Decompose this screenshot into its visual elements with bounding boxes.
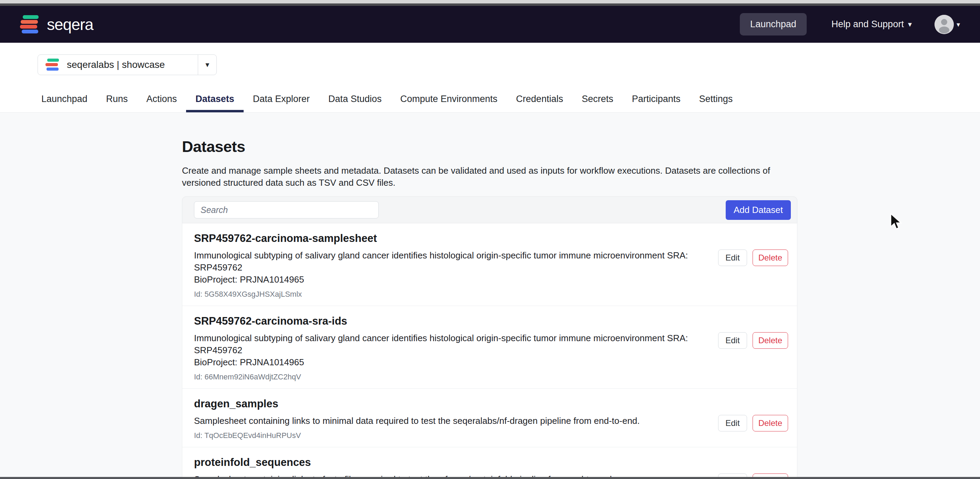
tab-credentials[interactable]: Credentials: [507, 87, 573, 112]
dataset-name-link[interactable]: dragen_samples: [194, 398, 785, 410]
tab-compute-environments[interactable]: Compute Environments: [391, 87, 506, 112]
seqera-logo-icon: [20, 14, 41, 35]
dataset-row: proteinfold_sequences Samplesheet contai…: [182, 447, 797, 477]
search-input[interactable]: [194, 201, 379, 218]
launchpad-button[interactable]: Launchpad: [740, 13, 807, 35]
chevron-down-icon: ▾: [956, 20, 960, 29]
avatar: [934, 15, 954, 34]
tab-secrets[interactable]: Secrets: [572, 87, 623, 112]
dataset-name-link[interactable]: proteinfold_sequences: [194, 456, 785, 469]
tab-settings[interactable]: Settings: [690, 87, 742, 112]
main-content: Datasets Create and manage sample sheets…: [0, 113, 980, 477]
top-navbar: seqera Launchpad Help and Support ▾ ▾: [0, 6, 980, 43]
dataset-id: Id: 66Mnem92iN6aWdjtZC2hqV: [194, 372, 785, 382]
brand-name: seqera: [47, 15, 93, 34]
workspace-dropdown-toggle[interactable]: ▾: [198, 55, 216, 75]
tab-datasets[interactable]: Datasets: [186, 87, 243, 112]
workspace-selector[interactable]: seqeralabs | showcase ▾: [38, 54, 217, 75]
user-menu[interactable]: ▾: [934, 15, 960, 34]
window-chrome-bottom: [0, 477, 980, 479]
page-description: Create and manage sample sheets and meta…: [182, 165, 797, 189]
workspace-name: seqeralabs | showcase: [67, 59, 165, 70]
window-chrome-divider: [0, 3, 980, 6]
dataset-description: Immunological subtyping of salivary glan…: [194, 250, 704, 286]
chevron-down-icon: ▾: [205, 61, 209, 68]
datasets-toolbar: Add Dataset: [182, 196, 797, 223]
edit-button[interactable]: Edit: [718, 332, 747, 349]
dataset-description: Samplesheet containing links to fasta fi…: [194, 474, 704, 477]
tab-data-studios[interactable]: Data Studios: [319, 87, 391, 112]
tab-data-explorer[interactable]: Data Explorer: [243, 87, 319, 112]
page-title: Datasets: [182, 138, 797, 156]
dataset-row: SRP459762-carcinoma-samplesheet Immunolo…: [182, 223, 797, 306]
dataset-description: Immunological subtyping of salivary glan…: [194, 332, 704, 368]
tab-runs[interactable]: Runs: [97, 87, 137, 112]
add-dataset-button[interactable]: Add Dataset: [726, 200, 791, 220]
edit-button[interactable]: Edit: [718, 415, 747, 431]
workspace-tabs: Launchpad Runs Actions Datasets Data Exp…: [32, 87, 742, 112]
window-chrome-top: [0, 0, 980, 3]
delete-button[interactable]: Delete: [752, 250, 788, 266]
dataset-name-link[interactable]: SRP459762-carcinoma-samplesheet: [194, 232, 785, 245]
datasets-card: Add Dataset SRP459762-carcinoma-samplesh…: [182, 196, 797, 477]
delete-button[interactable]: Delete: [752, 332, 788, 349]
workspace-header: seqeralabs | showcase ▾ Launchpad Runs A…: [0, 43, 980, 113]
edit-button[interactable]: Edit: [718, 474, 747, 477]
help-and-support-label: Help and Support: [832, 19, 904, 30]
delete-button[interactable]: Delete: [752, 415, 788, 431]
dataset-row: SRP459762-carcinoma-sra-ids Immunologica…: [182, 306, 797, 389]
edit-button[interactable]: Edit: [718, 250, 747, 266]
datasets-list: SRP459762-carcinoma-samplesheet Immunolo…: [182, 223, 797, 477]
workspace-icon: [46, 58, 60, 72]
tab-launchpad[interactable]: Launchpad: [32, 87, 97, 112]
chevron-down-icon: ▾: [908, 21, 912, 28]
help-and-support-menu[interactable]: Help and Support ▾: [832, 19, 912, 30]
tab-participants[interactable]: Participants: [623, 87, 690, 112]
seqera-logo[interactable]: seqera: [20, 14, 93, 35]
dataset-row: dragen_samples Samplesheet containing li…: [182, 389, 797, 447]
tab-actions[interactable]: Actions: [137, 87, 186, 112]
dataset-description: Samplesheet containing links to minimal …: [194, 415, 704, 427]
delete-button[interactable]: Delete: [752, 474, 788, 477]
dataset-id: Id: TqOcEbEQEvd4inHuRPUsV: [194, 431, 785, 440]
dataset-name-link[interactable]: SRP459762-carcinoma-sra-ids: [194, 315, 785, 327]
dataset-id: Id: 5G58X49XGsgJHSXajLSmlx: [194, 290, 785, 299]
